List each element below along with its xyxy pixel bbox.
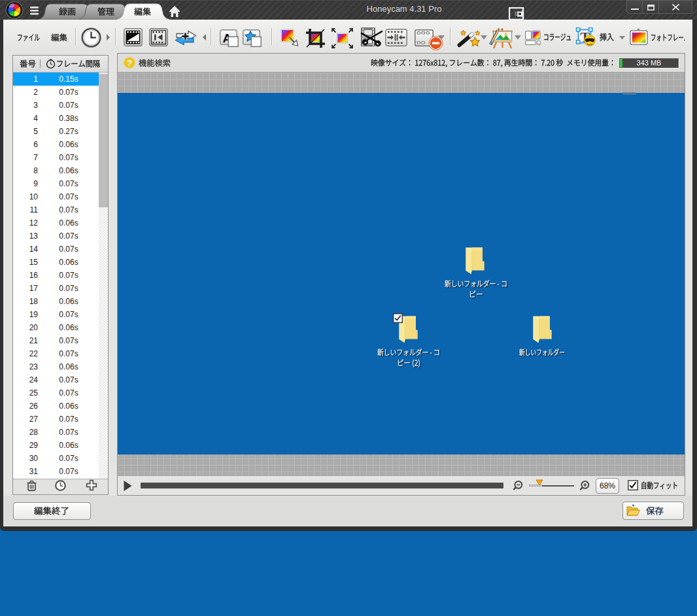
svg-text:?: ? <box>127 58 132 68</box>
